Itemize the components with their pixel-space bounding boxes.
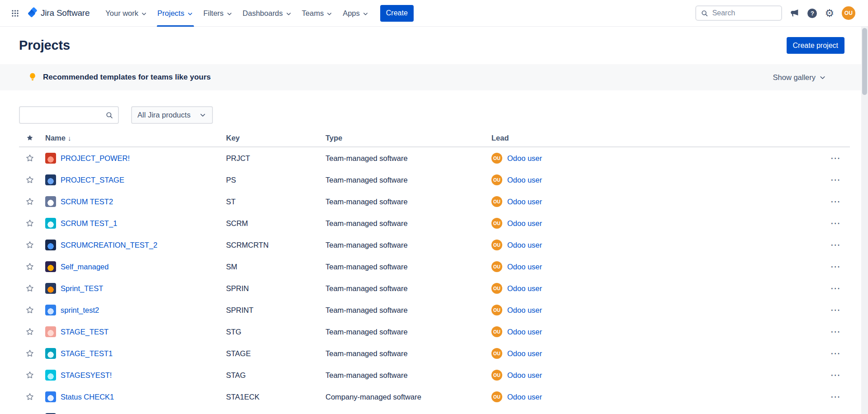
nav-apps[interactable]: Apps: [338, 0, 374, 27]
project-name-link[interactable]: Sprint_TEST: [61, 284, 103, 293]
jira-logo[interactable]: Jira Software: [27, 7, 90, 19]
star-icon[interactable]: [25, 219, 34, 228]
lead-name-link[interactable]: Odoo user: [507, 371, 542, 380]
star-icon[interactable]: [25, 306, 34, 315]
lead-cell: OU Odoo user: [491, 196, 821, 207]
more-actions-button[interactable]: ⋯: [828, 370, 844, 381]
project-type: Team-managed software: [326, 306, 491, 315]
more-actions-button[interactable]: ⋯: [828, 305, 844, 315]
create-project-button[interactable]: Create project: [787, 37, 845, 54]
user-avatar[interactable]: OU: [842, 6, 855, 20]
lead-name-link[interactable]: Odoo user: [507, 328, 542, 336]
more-actions-button[interactable]: ⋯: [828, 326, 844, 337]
lead-name-link[interactable]: Odoo user: [507, 349, 542, 358]
project-avatar: [45, 305, 56, 315]
vertical-scrollbar-thumb[interactable]: [862, 28, 867, 95]
star-icon[interactable]: [25, 154, 34, 163]
name-column-header[interactable]: Name ↓: [41, 134, 226, 142]
lead-avatar: OU: [491, 153, 502, 164]
page-header: Projects Create project: [0, 27, 868, 64]
lead-name-link[interactable]: Odoo user: [507, 263, 542, 271]
more-actions-button[interactable]: ⋯: [828, 196, 844, 207]
nav-dashboards[interactable]: Dashboards: [238, 0, 297, 27]
table-body: PROJECT_POWER! PRJCT Team-managed softwa…: [19, 147, 850, 414]
project-key: STG: [226, 328, 326, 336]
nav-projects[interactable]: Projects: [152, 0, 198, 27]
app-switcher-icon[interactable]: [9, 7, 21, 19]
lead-name-link[interactable]: Odoo user: [507, 284, 542, 293]
project-name-link[interactable]: STAGE_TEST: [61, 328, 108, 336]
lead-cell: OU Odoo user: [491, 174, 821, 185]
table-row: STAGE_TEST STG Team-managed software OU …: [19, 321, 850, 343]
lead-name-link[interactable]: Odoo user: [507, 219, 542, 228]
project-name-link[interactable]: sprint_test2: [61, 306, 99, 315]
star-filled-icon: [26, 134, 34, 142]
star-icon[interactable]: [25, 327, 34, 336]
project-type: Team-managed software: [326, 263, 491, 271]
show-gallery-toggle[interactable]: Show gallery: [773, 73, 826, 82]
project-name-link[interactable]: STAGESYEST!: [61, 371, 112, 380]
more-actions-button[interactable]: ⋯: [828, 283, 844, 294]
projects-table: Name ↓ Key Type Lead PROJECT_POWER! PRJC…: [19, 129, 850, 414]
more-actions-button[interactable]: ⋯: [828, 348, 844, 359]
project-name-link[interactable]: STAGE_TEST1: [61, 349, 113, 358]
project-name-link[interactable]: SCRUMCREATION_TEST_2: [61, 241, 157, 249]
project-avatar: [45, 283, 56, 294]
project-name-link[interactable]: SCRUM TEST2: [61, 198, 113, 206]
lead-name-link[interactable]: Odoo user: [507, 176, 542, 184]
lead-avatar: OU: [491, 261, 502, 272]
topbar-right-cluster: ? ⚙ OU: [695, 5, 868, 21]
star-icon[interactable]: [25, 392, 34, 401]
app-title: Jira Software: [41, 8, 90, 18]
settings-gear-icon[interactable]: ⚙: [825, 8, 834, 19]
project-name-link[interactable]: Self_managed: [61, 263, 108, 271]
global-search[interactable]: [695, 5, 782, 21]
more-actions-button[interactable]: ⋯: [828, 153, 844, 164]
more-actions-button[interactable]: ⋯: [828, 240, 844, 250]
global-search-input[interactable]: [712, 9, 777, 17]
create-button[interactable]: Create: [380, 5, 414, 22]
lead-name-link[interactable]: Odoo user: [507, 393, 542, 401]
table-header-row: Name ↓ Key Type Lead: [19, 129, 850, 147]
more-actions-button[interactable]: ⋯: [828, 391, 844, 402]
star-icon[interactable]: [25, 175, 34, 184]
lead-cell: OU Odoo user: [491, 153, 821, 164]
lead-name-link[interactable]: Odoo user: [507, 241, 542, 249]
star-icon[interactable]: [25, 197, 34, 206]
project-name-link[interactable]: Status CHECK1: [61, 393, 114, 401]
nav-filters[interactable]: Filters: [198, 0, 238, 27]
vertical-scrollbar-track: [861, 27, 868, 414]
lead-name-link[interactable]: Odoo user: [507, 198, 542, 206]
top-navigation-bar: Jira Software Your work Projects Filters…: [0, 0, 868, 27]
project-type: Company-managed software: [326, 393, 491, 401]
lead-cell: OU Odoo user: [491, 240, 821, 250]
lead-avatar: OU: [491, 174, 502, 185]
main-navigation: Your work Projects Filters Dashboards Te…: [100, 0, 374, 27]
search-icon: [701, 9, 708, 17]
project-name-link[interactable]: SCRUM TEST_1: [61, 219, 117, 228]
key-column-header: Key: [226, 134, 326, 142]
more-actions-button[interactable]: ⋯: [828, 174, 844, 185]
star-icon[interactable]: [25, 371, 34, 380]
project-name-link[interactable]: PROJECT_STAGE: [61, 176, 124, 184]
star-icon[interactable]: [25, 349, 34, 358]
product-filter-select[interactable]: All Jira products: [131, 106, 213, 124]
project-key: SM: [226, 263, 326, 271]
announcements-icon[interactable]: [790, 8, 800, 18]
star-icon[interactable]: [25, 262, 34, 271]
lead-name-link[interactable]: Odoo user: [507, 306, 542, 315]
project-name-link[interactable]: PROJECT_POWER!: [61, 154, 130, 163]
nav-your-work[interactable]: Your work: [100, 0, 152, 27]
lead-name-link[interactable]: Odoo user: [507, 154, 542, 163]
projects-search[interactable]: [19, 106, 119, 124]
more-actions-button[interactable]: ⋯: [828, 218, 844, 229]
star-icon[interactable]: [25, 284, 34, 293]
project-key: SPRIN: [226, 284, 326, 293]
lead-avatar: OU: [491, 370, 502, 381]
nav-teams[interactable]: Teams: [297, 0, 338, 27]
star-icon[interactable]: [25, 240, 34, 249]
help-icon[interactable]: ?: [807, 9, 817, 18]
lead-cell: OU Odoo user: [491, 370, 821, 381]
more-actions-button[interactable]: ⋯: [828, 261, 844, 272]
projects-search-input[interactable]: [24, 111, 105, 119]
